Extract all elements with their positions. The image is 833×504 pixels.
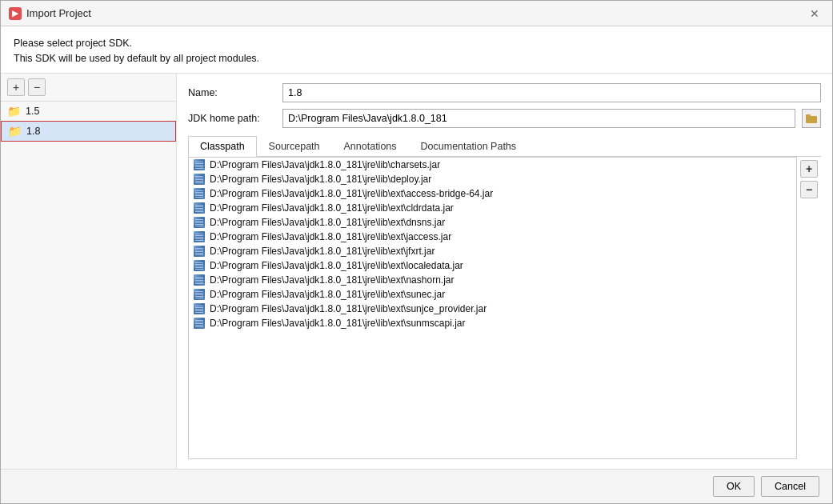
list-item[interactable]: D:\Program Files\Java\jdk1.8.0_181\jre\l… [189, 302, 796, 316]
jar-icon [194, 188, 205, 199]
classpath-add-button[interactable]: + [800, 160, 818, 178]
svg-rect-1 [806, 114, 811, 117]
tabs-bar: Classpath Sourcepath Annotations Documen… [188, 136, 821, 157]
ok-button[interactable]: OK [713, 476, 755, 497]
list-item[interactable]: D:\Program Files\Java\jdk1.8.0_181\jre\l… [189, 158, 796, 172]
jdk-path-row: JDK home path: [188, 109, 821, 128]
sdk-label-1.8: 1.8 [26, 126, 40, 137]
remove-sdk-button[interactable]: − [28, 78, 46, 96]
jar-icon [194, 174, 205, 185]
sdk-list: 📁 1.5 📁 1.8 [1, 102, 176, 470]
jar-icon [194, 231, 205, 242]
list-item[interactable]: D:\Program Files\Java\jdk1.8.0_181\jre\l… [189, 316, 796, 330]
jar-icon [194, 260, 205, 271]
list-item[interactable]: D:\Program Files\Java\jdk1.8.0_181\jre\l… [189, 201, 796, 215]
jar-icon [194, 289, 205, 300]
sdk-item-1.8[interactable]: 📁 1.8 [1, 121, 176, 142]
browse-folder-button[interactable] [802, 109, 821, 128]
classpath-path: D:\Program Files\Java\jdk1.8.0_181\jre\l… [210, 246, 435, 257]
classpath-path: D:\Program Files\Java\jdk1.8.0_181\jre\l… [210, 174, 431, 185]
folder-icon-1.8: 📁 [8, 125, 22, 138]
header-line1: Please select project SDK. [14, 36, 819, 51]
svg-rect-0 [806, 116, 817, 123]
sdk-sidebar: + − 📁 1.5 📁 1.8 [1, 74, 177, 470]
classpath-path: D:\Program Files\Java\jdk1.8.0_181\jre\l… [210, 202, 454, 214]
classpath-path: D:\Program Files\Java\jdk1.8.0_181\jre\l… [210, 303, 487, 314]
name-input[interactable] [282, 83, 821, 102]
jar-icon [194, 159, 205, 170]
tab-classpath[interactable]: Classpath [188, 136, 257, 157]
tab-sourcepath[interactable]: Sourcepath [257, 136, 332, 157]
jar-icon [194, 217, 205, 228]
list-item[interactable]: D:\Program Files\Java\jdk1.8.0_181\jre\l… [189, 258, 796, 273]
classpath-side-buttons: + − [797, 157, 821, 460]
add-sdk-button[interactable]: + [7, 78, 25, 96]
jar-icon [194, 274, 205, 286]
jdk-path-input[interactable] [282, 109, 795, 128]
jar-icon [194, 303, 205, 314]
classpath-remove-button[interactable]: − [800, 181, 818, 198]
sdk-label-1.5: 1.5 [26, 106, 39, 117]
classpath-path: D:\Program Files\Java\jdk1.8.0_181\jre\l… [210, 260, 463, 271]
classpath-path: D:\Program Files\Java\jdk1.8.0_181\jre\l… [210, 188, 493, 199]
list-item[interactable]: D:\Program Files\Java\jdk1.8.0_181\jre\l… [189, 230, 796, 244]
app-icon: ▶ [9, 7, 22, 20]
sdk-item-1.5[interactable]: 📁 1.5 [1, 102, 176, 121]
import-project-dialog: ▶ Import Project ✕ Please select project… [0, 0, 833, 504]
classpath-path: D:\Program Files\Java\jdk1.8.0_181\jre\l… [210, 231, 451, 242]
classpath-path: D:\Program Files\Java\jdk1.8.0_181\jre\l… [210, 217, 445, 228]
classpath-content: D:\Program Files\Java\jdk1.8.0_181\jre\l… [188, 157, 821, 460]
list-item[interactable]: D:\Program Files\Java\jdk1.8.0_181\jre\l… [189, 172, 796, 186]
dialog-body: + − 📁 1.5 📁 1.8 Name: [1, 74, 832, 470]
classpath-path: D:\Program Files\Java\jdk1.8.0_181\jre\l… [210, 289, 445, 300]
list-item[interactable]: D:\Program Files\Java\jdk1.8.0_181\jre\l… [189, 287, 796, 302]
list-item[interactable]: D:\Program Files\Java\jdk1.8.0_181\jre\l… [189, 186, 796, 201]
list-item[interactable]: D:\Program Files\Java\jdk1.8.0_181\jre\l… [189, 273, 796, 287]
sidebar-toolbar: + − [1, 74, 176, 102]
jdk-label: JDK home path: [188, 113, 276, 124]
list-item[interactable]: D:\Program Files\Java\jdk1.8.0_181\jre\l… [189, 215, 796, 230]
close-button[interactable]: ✕ [805, 6, 824, 22]
jar-icon [194, 246, 205, 257]
header-line2: This SDK will be used by default by all … [14, 51, 819, 66]
dialog-header: Please select project SDK. This SDK will… [1, 26, 832, 74]
name-row: Name: [188, 83, 821, 102]
folder-browse-icon [806, 114, 817, 123]
list-item[interactable]: D:\Program Files\Java\jdk1.8.0_181\jre\l… [189, 244, 796, 258]
classpath-path: D:\Program Files\Java\jdk1.8.0_181\jre\l… [210, 318, 465, 329]
classpath-path: D:\Program Files\Java\jdk1.8.0_181\jre\l… [210, 159, 440, 170]
jar-icon [194, 202, 205, 214]
folder-icon-1.5: 📁 [7, 105, 21, 118]
tab-annotations[interactable]: Annotations [332, 136, 409, 157]
classpath-path: D:\Program Files\Java\jdk1.8.0_181\jre\l… [210, 274, 454, 286]
jar-icon [194, 318, 205, 329]
classpath-list: D:\Program Files\Java\jdk1.8.0_181\jre\l… [188, 157, 797, 460]
tab-docpaths[interactable]: Documentation Paths [409, 136, 529, 157]
cancel-button[interactable]: Cancel [761, 476, 819, 497]
name-label: Name: [188, 87, 276, 98]
title-bar: ▶ Import Project ✕ [1, 1, 832, 26]
main-panel: Name: JDK home path: Classpath Sourcepat… [177, 74, 832, 470]
dialog-footer: OK Cancel [1, 469, 832, 503]
dialog-title: Import Project [26, 7, 805, 19]
